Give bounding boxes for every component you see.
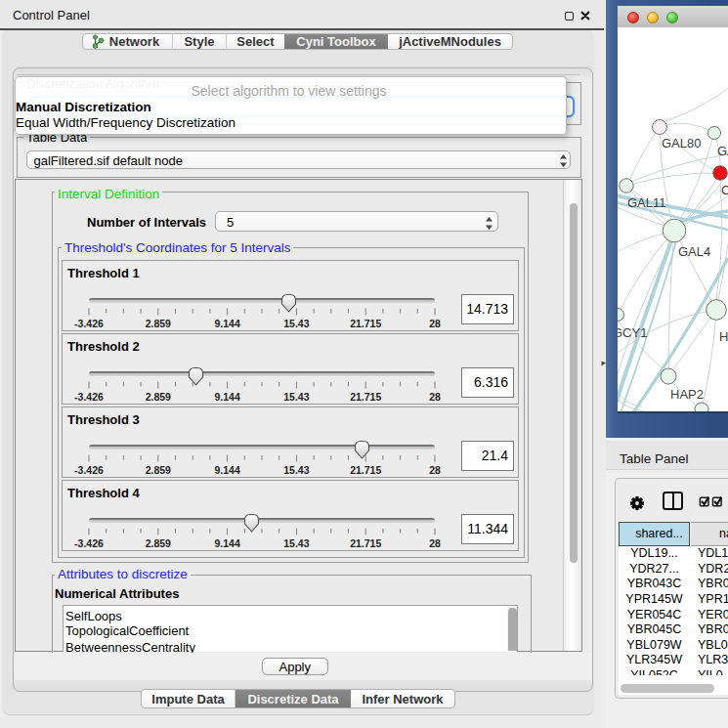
svg-text:GA: GA: [717, 144, 728, 158]
svg-text:HAP2: HAP2: [670, 387, 704, 402]
svg-text:GAL80: GAL80: [662, 136, 701, 150]
svg-text:GAL4: GAL4: [678, 244, 710, 259]
svg-text:GAL11: GAL11: [627, 195, 666, 210]
svg-text:HA: HA: [719, 329, 728, 344]
svg-text:C: C: [721, 183, 728, 197]
svg-text:GCY1: GCY1: [618, 325, 647, 340]
